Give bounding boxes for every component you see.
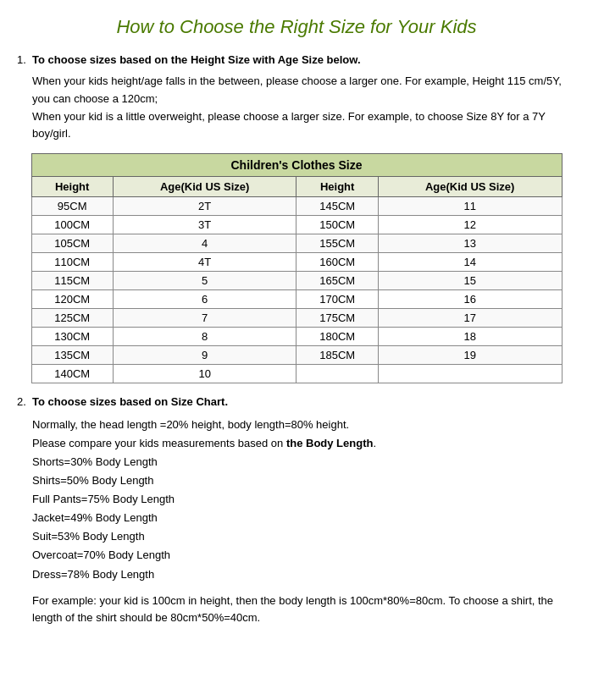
table-row: 110CM4T160CM14 xyxy=(31,253,562,272)
table-cell: 155CM xyxy=(296,234,378,253)
table-title-row: Children's Clothes Size xyxy=(31,154,562,177)
section2-item: Jacket=49% Body Length xyxy=(32,509,576,527)
page-title: How to Choose the Right Size for Your Ki… xyxy=(17,8,576,40)
col-header-height2: Height xyxy=(296,177,378,197)
section1: 1. To choose sizes based on the Height S… xyxy=(17,52,576,144)
table-cell: 11 xyxy=(378,197,562,216)
table-row: 135CM9185CM19 xyxy=(31,346,562,365)
table-cell xyxy=(378,365,562,383)
section2: 2. To choose sizes based on Size Chart. … xyxy=(17,394,576,627)
table-cell: 185CM xyxy=(296,346,378,365)
section2-item: Full Pants=75% Body Length xyxy=(32,490,576,509)
section1-body: When your kids height/age falls in the b… xyxy=(32,73,576,143)
table-cell: 170CM xyxy=(296,290,378,309)
table-row: 130CM8180CM18 xyxy=(31,328,562,346)
size-table-container: Children's Clothes Size Height Age(Kid U… xyxy=(31,153,563,383)
table-cell: 12 xyxy=(378,216,562,234)
section2-line2-suffix: . xyxy=(373,437,376,449)
table-cell: 140CM xyxy=(31,365,113,383)
table-row: 95CM2T145CM11 xyxy=(31,197,562,216)
table-cell: 4T xyxy=(113,253,296,272)
section2-items: Shorts=30% Body LengthShirts=50% Body Le… xyxy=(32,453,576,584)
section2-line1: Normally, the head length =20% height, b… xyxy=(32,416,576,434)
table-row: 120CM6170CM16 xyxy=(31,290,562,309)
col-header-age1: Age(Kid US Size) xyxy=(113,177,296,197)
table-row: 105CM4155CM13 xyxy=(31,234,562,253)
table-cell: 9 xyxy=(113,346,296,365)
table-row: 125CM7175CM17 xyxy=(31,309,562,328)
table-row: 100CM3T150CM12 xyxy=(31,216,562,234)
section2-body: Normally, the head length =20% height, b… xyxy=(32,416,576,584)
table-cell: 7 xyxy=(113,309,296,328)
section2-item: Dress=78% Body Length xyxy=(32,565,576,584)
section2-line2-bold: the Body Length xyxy=(286,437,374,449)
table-cell: 4 xyxy=(113,234,296,253)
table-cell: 10 xyxy=(113,365,296,383)
table-cell: 95CM xyxy=(31,197,113,216)
table-cell: 13 xyxy=(378,234,562,253)
table-cell: 19 xyxy=(378,346,562,365)
table-cell: 100CM xyxy=(31,216,113,234)
section2-item: Overcoat=70% Body Length xyxy=(32,546,576,565)
table-cell: 175CM xyxy=(296,309,378,328)
table-cell: 125CM xyxy=(31,309,113,328)
table-cell: 17 xyxy=(378,309,562,328)
table-cell: 5 xyxy=(113,272,296,290)
section2-line2-prefix: Please compare your kids measurements ba… xyxy=(32,437,286,449)
table-row: 115CM5165CM15 xyxy=(31,272,562,290)
table-cell: 110CM xyxy=(31,253,113,272)
table-cell: 16 xyxy=(378,290,562,309)
section2-line2: Please compare your kids measurements ba… xyxy=(32,434,576,453)
section2-heading-text: To choose sizes based on Size Chart. xyxy=(32,395,228,408)
section2-item: Suit=53% Body Length xyxy=(32,527,576,546)
section2-example: For example: your kid is 100cm in height… xyxy=(32,593,576,628)
col-header-height1: Height xyxy=(31,177,113,197)
table-cell: 145CM xyxy=(296,197,378,216)
section1-body2: When your kid is a little overweight, pl… xyxy=(32,110,546,141)
table-body: 95CM2T145CM11100CM3T150CM12105CM4155CM13… xyxy=(31,197,562,383)
section1-heading-text: To choose sizes based on the Height Size… xyxy=(32,53,360,66)
section1-body1: When your kids height/age falls in the b… xyxy=(32,74,562,105)
col-header-age2: Age(Kid US Size) xyxy=(378,177,562,197)
table-cell: 150CM xyxy=(296,216,378,234)
table-title: Children's Clothes Size xyxy=(31,154,562,177)
table-cell: 165CM xyxy=(296,272,378,290)
table-cell: 15 xyxy=(378,272,562,290)
table-cell: 160CM xyxy=(296,253,378,272)
section1-heading: 1. To choose sizes based on the Height S… xyxy=(17,52,576,69)
table-cell: 2T xyxy=(113,197,296,216)
table-cell: 130CM xyxy=(31,328,113,346)
table-cell xyxy=(296,365,378,383)
size-table: Children's Clothes Size Height Age(Kid U… xyxy=(31,153,563,383)
table-cell: 18 xyxy=(378,328,562,346)
table-cell: 14 xyxy=(378,253,562,272)
table-cell: 120CM xyxy=(31,290,113,309)
table-cell: 105CM xyxy=(31,234,113,253)
table-cell: 3T xyxy=(113,216,296,234)
section2-heading: 2. To choose sizes based on Size Chart. xyxy=(17,394,576,411)
table-cell: 180CM xyxy=(296,328,378,346)
table-cell: 8 xyxy=(113,328,296,346)
table-cell: 115CM xyxy=(31,272,113,290)
table-row: 140CM10 xyxy=(31,365,562,383)
section2-item: Shorts=30% Body Length xyxy=(32,453,576,471)
table-cell: 6 xyxy=(113,290,296,309)
table-col-header-row: Height Age(Kid US Size) Height Age(Kid U… xyxy=(31,177,562,197)
section2-item: Shirts=50% Body Length xyxy=(32,471,576,490)
table-cell: 135CM xyxy=(31,346,113,365)
